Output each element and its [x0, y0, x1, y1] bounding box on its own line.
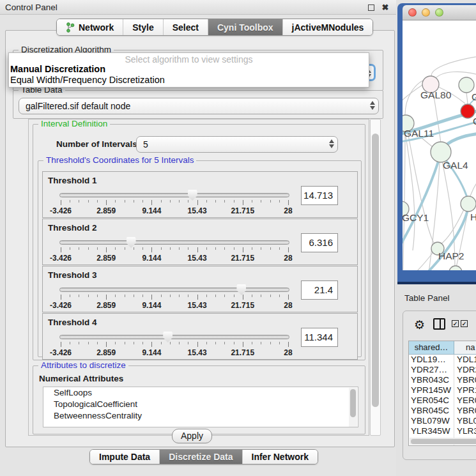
- tab-discretize-data[interactable]: Discretize Data: [160, 450, 242, 464]
- tab-impute-data[interactable]: Impute Data: [90, 450, 160, 464]
- cell-name[interactable]: YLR3: [454, 426, 476, 436]
- network-edge[interactable]: [431, 55, 476, 77]
- network-edge[interactable]: [403, 132, 405, 270]
- network-node-label: GAL4: [443, 160, 468, 171]
- table-row[interactable]: YDL19…YDL1: [409, 355, 476, 365]
- table-row[interactable]: YLR345WYLR3: [409, 426, 476, 436]
- close-icon[interactable]: ✖: [381, 3, 390, 12]
- threshold-1-slider[interactable]: -3.4262.8599.14415.4321.71528: [59, 190, 289, 217]
- cell-shared-name[interactable]: YBR045C: [409, 406, 454, 416]
- cell-shared-name[interactable]: YDL19…: [409, 355, 454, 365]
- cell-name[interactable]: YBR0: [454, 375, 476, 385]
- network-node-label: H: [470, 211, 476, 222]
- slider-track[interactable]: [59, 288, 289, 292]
- columns-icon[interactable]: [433, 318, 445, 330]
- slider-ticks: [61, 200, 288, 206]
- column-header-shared-name[interactable]: shared…: [409, 341, 454, 354]
- slider-track[interactable]: [59, 240, 289, 245]
- network-node-label: GA: [472, 91, 476, 102]
- slider-handle[interactable]: [163, 332, 173, 342]
- network-edge[interactable]: [403, 157, 440, 248]
- network-node-label: C: [473, 116, 476, 127]
- control-panel-title: Control Panel: [5, 3, 58, 12]
- group-table-data: Table Data galFiltered.sif default node: [13, 90, 383, 119]
- app-root: Control Panel ✖ Network Style Select Cyn…: [0, 0, 476, 476]
- threshold-2-value[interactable]: 6.316: [301, 233, 338, 252]
- table-panel-toolbar: ⚙ ✓ ✓: [403, 311, 476, 337]
- tab-infer-network[interactable]: Infer Network: [243, 450, 318, 464]
- algorithm-option-equal-width[interactable]: Equal Width/Frequency Discretization: [9, 75, 369, 86]
- tab-jactivemnodules[interactable]: jActiveMNodules: [283, 19, 373, 35]
- mac-minimize-button[interactable]: [422, 8, 430, 17]
- slider-track[interactable]: [59, 193, 289, 197]
- cell-name[interactable]: YBL0: [454, 416, 476, 426]
- slider-handle[interactable]: [127, 237, 136, 248]
- network-edge[interactable]: [466, 93, 468, 105]
- network-edge[interactable]: [403, 253, 433, 270]
- table-row[interactable]: YER054CYER0: [409, 395, 476, 406]
- cell-name[interactable]: YDL1: [454, 355, 476, 365]
- cell-name[interactable]: YER0: [454, 395, 476, 406]
- tab-cyni-toolbox[interactable]: Cyni Toolbox: [208, 19, 283, 35]
- cell-shared-name[interactable]: YPR145W: [409, 385, 454, 395]
- checkbox-icon[interactable]: ✓: [452, 320, 459, 327]
- tab-style[interactable]: Style: [123, 19, 163, 35]
- settings-vertical-scrollbar[interactable]: [370, 119, 381, 436]
- threshold-1-value[interactable]: 14.713: [301, 186, 338, 205]
- group-thresholds: Threshold's Coordinates for 5 Intervals …: [38, 160, 362, 357]
- threshold-3-value[interactable]: 21.4: [301, 280, 338, 300]
- threshold-4-slider[interactable]: -3.4262.8599.14415.4321.71528: [59, 332, 289, 358]
- numerical-attributes-list[interactable]: SelfLoops TopologicalCoefficient Between…: [43, 387, 358, 427]
- mac-zoom-button[interactable]: [435, 8, 443, 17]
- cell-shared-name[interactable]: YER054C: [409, 395, 454, 406]
- slider-handle[interactable]: [188, 190, 197, 201]
- threshold-4-value[interactable]: 11.344: [301, 328, 338, 347]
- slider-track[interactable]: [59, 335, 289, 339]
- list-item[interactable]: SelfLoops: [43, 387, 358, 399]
- cell-shared-name[interactable]: YBL079W: [409, 416, 454, 426]
- network-edge[interactable]: [408, 132, 434, 244]
- network-window-titlebar[interactable]: [403, 5, 476, 20]
- threshold-3-slider[interactable]: -3.4262.8599.14415.4321.71528: [59, 284, 289, 311]
- network-node[interactable]: [459, 77, 474, 93]
- tab-network[interactable]: Network: [57, 19, 123, 35]
- cell-name[interactable]: YBR0: [454, 406, 476, 416]
- table-row[interactable]: YBR043CYBR0: [409, 375, 476, 385]
- float-window-icon[interactable]: [367, 3, 376, 12]
- cell-shared-name[interactable]: YDR27…: [409, 365, 454, 375]
- apply-button[interactable]: Apply: [172, 429, 212, 443]
- network-canvas[interactable]: GAL80GACGAL11GAL4GCY1HHAP2: [403, 20, 476, 270]
- column-header-name[interactable]: na: [454, 341, 476, 354]
- number-of-intervals-combobox[interactable]: 5: [136, 136, 338, 153]
- algorithm-option-manual[interactable]: Manual Discretization: [9, 64, 369, 75]
- list-item[interactable]: BetweennessCentrality: [43, 410, 358, 422]
- slider-handle[interactable]: [236, 284, 246, 295]
- cell-name[interactable]: YPR1: [454, 385, 476, 395]
- table-panel: ⚙ ✓ ✓ shared… na YDL19…YDL1YDR27…YDR2YBR…: [403, 311, 476, 460]
- checkbox-icon[interactable]: ✓: [461, 320, 468, 327]
- list-item[interactable]: TopologicalCoefficient: [43, 399, 358, 410]
- scrollbar-thumb[interactable]: [411, 439, 476, 444]
- tab-select[interactable]: Select: [164, 19, 208, 35]
- network-node[interactable]: [461, 196, 476, 211]
- gear-icon[interactable]: ⚙: [414, 318, 425, 332]
- cell-shared-name[interactable]: YLR345W: [409, 426, 454, 436]
- threshold-3-panel: Threshold 3 -3.4262.8599.14415.4321.7152…: [42, 266, 358, 312]
- table-horizontal-scrollbar[interactable]: [410, 438, 476, 445]
- attributes-scrollbar[interactable]: [349, 388, 357, 427]
- network-view-window[interactable]: GAL80GACGAL11GAL4GCY1HHAP2: [397, 3, 476, 284]
- mac-close-button[interactable]: [408, 8, 417, 17]
- threshold-2-slider[interactable]: -3.4262.8599.14415.4321.71528: [59, 237, 289, 264]
- scrollbar-thumb[interactable]: [372, 134, 379, 407]
- numerical-attributes-label: Numerical Attributes: [39, 374, 123, 383]
- table-row[interactable]: YBL079WYBL0: [409, 416, 476, 426]
- cell-name[interactable]: YDR2: [454, 365, 476, 375]
- table-data-combobox[interactable]: galFiltered.sif default node: [19, 98, 379, 114]
- table-row[interactable]: YPR145WYPR1: [409, 385, 476, 395]
- table-row[interactable]: YDR27…YDR2: [409, 365, 476, 375]
- network-node[interactable]: [449, 266, 462, 270]
- network-edge[interactable]: [469, 167, 476, 201]
- table-row[interactable]: YBR045CYBR0: [409, 406, 476, 416]
- cell-shared-name[interactable]: YBR043C: [409, 375, 454, 385]
- threshold-2-panel: Threshold 2 -3.4262.8599.14415.4321.7152…: [42, 219, 358, 265]
